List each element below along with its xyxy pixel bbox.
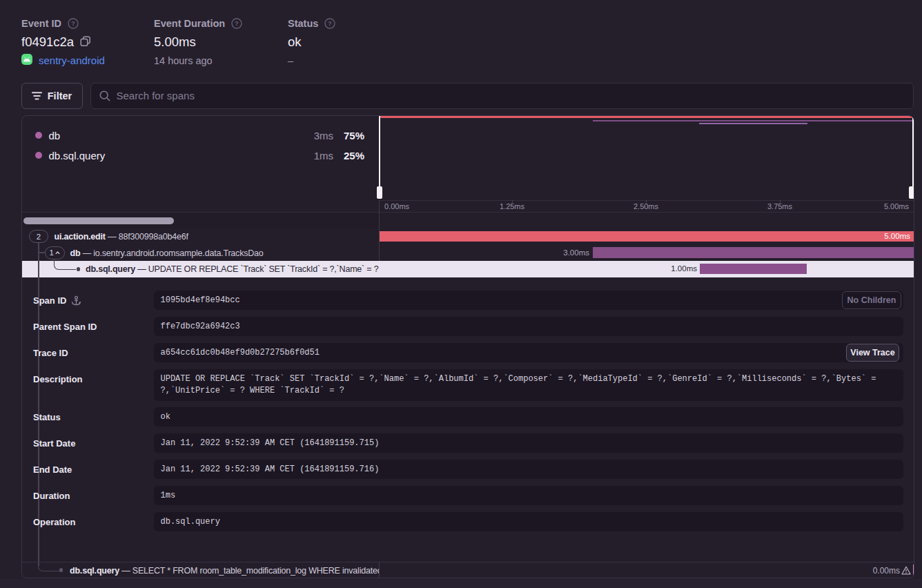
svg-text:?: ? <box>328 19 332 27</box>
svg-text:?: ? <box>71 19 75 27</box>
svg-text:?: ? <box>235 19 239 27</box>
